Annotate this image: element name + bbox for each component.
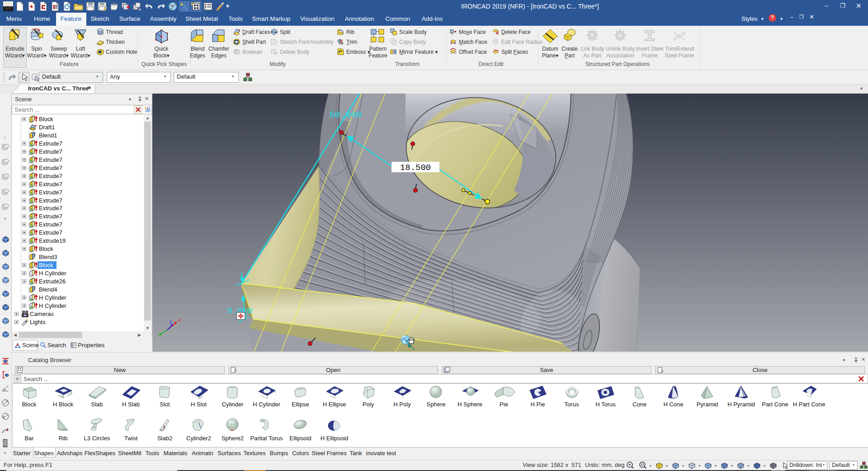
svg-text:A: A — [6, 428, 9, 431]
svg-text:50.000: 50.000 — [329, 110, 362, 120]
svg-text:A: A — [16, 343, 19, 347]
svg-text:,: , — [235, 370, 236, 373]
svg-text:x: x — [178, 317, 181, 323]
svg-text:18.500: 18.500 — [400, 163, 431, 173]
svg-text:5: 5 — [661, 369, 664, 373]
svg-text:z: z — [170, 319, 172, 325]
